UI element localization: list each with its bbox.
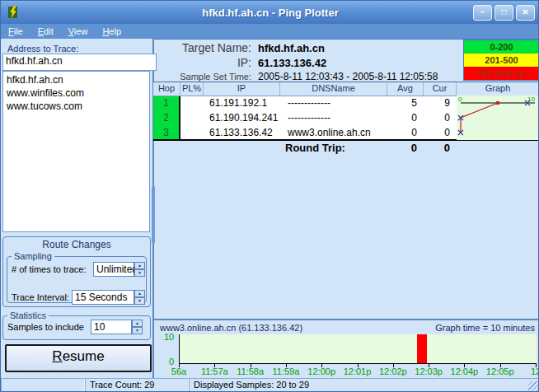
target-name-value: hfkd.hf.ah.cn <box>258 41 325 54</box>
times-to-trace-label: # of times to trace: <box>12 264 86 274</box>
times-spin-up-icon[interactable]: ▲ <box>134 262 145 269</box>
hop-cell: 1 <box>153 96 180 111</box>
dns-cell: ------------- <box>280 96 387 111</box>
round-trip-row: Round Trip: 0 0 <box>153 141 539 156</box>
round-trip-label: Round Trip: <box>285 142 345 154</box>
svg-text:0: 0 <box>458 96 462 103</box>
sidebar: Address to Trace: hfkd.hf.ah.cn hfkd.hf.… <box>1 39 154 378</box>
trace-count-status: Trace Count: 29 <box>85 378 189 392</box>
statistics-group: Statistics Samples to include 10 ▲ ▼ <box>2 310 151 340</box>
table-header-row: HopPL%IPDNSNameAvgCurGraph <box>153 82 539 96</box>
menu-item-edit[interactable]: Edit <box>30 26 61 36</box>
column-header-hop[interactable]: Hop <box>153 82 180 96</box>
x-axis-label: 11:58a <box>237 366 264 376</box>
sampling-legend: Sampling <box>12 251 54 261</box>
route-changes-label: Route Changes <box>3 239 150 250</box>
address-list-item[interactable]: hfkd.hf.ah.cn <box>7 73 146 86</box>
hop-cell: 2 <box>153 111 180 126</box>
address-to-trace-label: Address to Trace: <box>7 44 78 54</box>
times-to-trace-value[interactable]: Unlimited <box>93 262 134 277</box>
samples-to-include-label: Samples to include <box>7 322 84 332</box>
x-axis-label: 12:00p <box>307 366 335 376</box>
legend-row: 0-200 <box>464 40 539 54</box>
packet-loss-cell <box>180 126 204 139</box>
samples-to-include-value[interactable]: 10 <box>91 320 132 334</box>
column-header-dnsname[interactable]: DNSName <box>280 82 387 96</box>
interval-spin-up-icon[interactable]: ▲ <box>134 290 145 297</box>
legend-row: 201-500 <box>464 54 539 67</box>
packet-loss-cell <box>180 111 204 126</box>
main-content: Target Name: hfkd.hf.ah.cn IP: 61.133.13… <box>154 39 539 378</box>
x-axis-label: 12:05p <box>486 366 514 376</box>
target-name-label: Target Name: <box>154 41 251 54</box>
maximize-button[interactable]: □ <box>494 5 513 21</box>
samples-spin-down-icon[interactable]: ▼ <box>132 327 143 334</box>
ip-cell: 61.133.136.42 <box>204 126 280 139</box>
trace-interval-label: Trace Interval: <box>12 292 69 302</box>
column-header-pl%[interactable]: PL% <box>180 82 204 96</box>
timeline-title: www3.online.ah.cn (61.133.136.42) <box>160 323 302 333</box>
statusbar: Trace Count: 29 Displayed Samples: 20 to… <box>1 378 539 392</box>
column-header-graph[interactable]: Graph <box>457 82 539 96</box>
displayed-samples-status: Displayed Samples: 20 to 29 <box>189 378 539 392</box>
resume-button[interactable]: Resume <box>5 344 152 372</box>
sampling-group: Sampling # of times to trace: Unlimited … <box>7 251 147 303</box>
sample-set-time-label: Sample Set Time: <box>154 71 251 82</box>
menu-item-file[interactable]: File <box>1 26 30 36</box>
hop-cell: 3 <box>153 126 180 139</box>
trace-interval-value[interactable]: 15 Seconds <box>72 290 134 305</box>
avg-cell: 0 <box>387 111 424 126</box>
address-list-item[interactable]: www.tucows.com <box>7 100 146 113</box>
dns-cell: ------------- <box>280 111 387 126</box>
timeline-panel: www3.online.ah.cn (61.133.136.42) Graph … <box>154 319 539 380</box>
timeline-x-labels: 56a11:57a11:58a11:59a12:00p12:01p12:02p1… <box>179 366 536 376</box>
samples-spin-up-icon[interactable]: ▲ <box>132 320 143 327</box>
hop-minigraph: 010 <box>457 96 539 140</box>
route-changes-panel: Route Changes Sampling # of times to tra… <box>2 236 151 307</box>
ip-cell: 61.190.194.241 <box>204 111 280 126</box>
timeline-y-max: 10 <box>164 332 174 342</box>
cur-cell: 0 <box>424 126 457 139</box>
cur-cell: 9 <box>424 96 457 111</box>
address-list-item[interactable]: www.winfiles.com <box>7 86 146 100</box>
x-axis-label: 12:02p <box>379 366 407 376</box>
legend-row: 501 and up <box>464 67 539 80</box>
column-header-cur[interactable]: Cur <box>424 82 457 96</box>
trace-table: HopPL%IPDNSNameAvgCurGraph 161.191.192.1… <box>153 82 539 141</box>
column-header-ip[interactable]: IP <box>204 82 280 96</box>
address-input[interactable]: hfkd.hf.ah.cn <box>2 54 157 71</box>
column-header-avg[interactable]: Avg <box>387 82 424 96</box>
graph-time-label: Graph time = 10 minutes <box>435 323 535 333</box>
sample-set-time-value: 2005-8-11 12:03:43 - 2005-8-11 12:05:58 <box>258 71 438 82</box>
timeout-bar <box>417 334 427 363</box>
ip-value: 61.133.136.42 <box>258 56 326 69</box>
ip-label: IP: <box>154 56 251 69</box>
titlebar: hfkd.hf.ah.cn - Ping Plotter – □ ✕ <box>1 1 539 24</box>
x-axis-label: 11:57a <box>201 366 228 376</box>
status-cell-empty <box>1 378 85 392</box>
round-trip-avg: 0 <box>387 142 417 154</box>
round-trip-cur: 0 <box>424 142 450 154</box>
menu-item-help[interactable]: Help <box>95 26 129 36</box>
x-axis-label: 56a <box>171 366 186 376</box>
interval-spin-down-icon[interactable]: ▼ <box>134 297 145 305</box>
x-axis-label: 12:03p <box>415 366 443 376</box>
window-title: hfkd.hf.ah.cn - Ping Plotter <box>1 7 539 19</box>
x-axis-label: 11:59a <box>272 366 299 376</box>
cur-cell: 0 <box>424 111 457 126</box>
x-axis-label: 12 <box>531 366 539 376</box>
close-button[interactable]: ✕ <box>516 5 535 21</box>
x-axis-label: 12:04p <box>451 366 479 376</box>
latency-legend: 0-200201-500501 and up <box>463 40 539 81</box>
dns-cell: www3.online.ah.cn <box>280 126 387 139</box>
ip-cell: 61.191.192.1 <box>204 96 280 111</box>
timeline-plot[interactable] <box>179 334 537 364</box>
avg-cell: 5 <box>387 96 424 111</box>
ping-plotter-window: hfkd.hf.ah.cn - Ping Plotter – □ ✕ FileE… <box>0 0 539 392</box>
menu-item-view[interactable]: View <box>61 26 96 36</box>
times-spin-down-icon[interactable]: ▼ <box>134 269 145 277</box>
resize-grip[interactable] <box>528 381 539 392</box>
packet-loss-cell <box>180 96 204 111</box>
address-list[interactable]: hfkd.hf.ah.cnwww.winfiles.comwww.tucows.… <box>2 71 150 232</box>
minimize-button[interactable]: – <box>473 5 492 21</box>
